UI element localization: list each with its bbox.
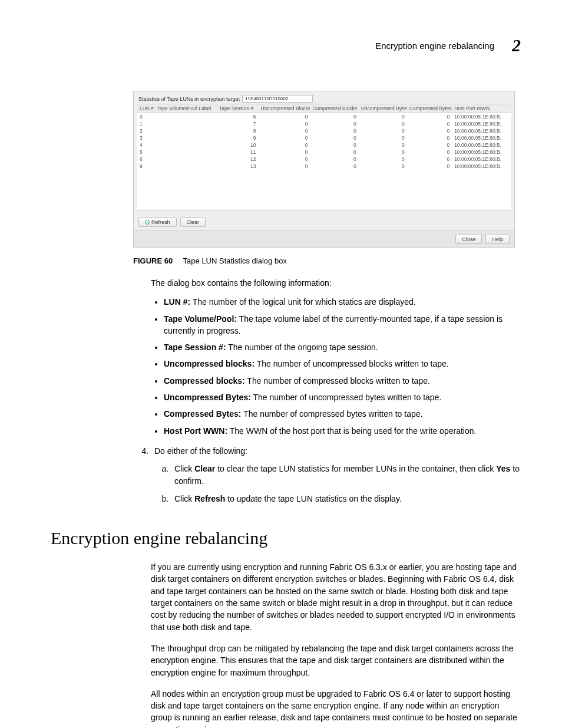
- definition-item: Tape Volume/Pool: The tape volume label …: [164, 313, 521, 337]
- section-heading: Encryption engine rebalancing: [51, 528, 521, 548]
- definition-item: Compressed blocks: The number of compres…: [164, 375, 521, 387]
- definition-item: Tape Session #: The number of the ongoin…: [164, 341, 521, 353]
- table-row[interactable]: 06000010:00:00:05:1E:60:B.: [137, 113, 511, 121]
- table-row[interactable]: 913000010:00:00:05:1E:60:B.: [137, 163, 511, 170]
- refresh-button[interactable]: Refresh: [138, 218, 177, 227]
- table-row[interactable]: 39000010:00:00:05:1E:60:B.: [137, 134, 511, 141]
- step-4b: Click Refresh to update the tape LUN sta…: [171, 493, 521, 505]
- table-row[interactable]: 410000010:00:00:05:1E:60:B.: [137, 141, 511, 149]
- figure-label: FIGURE 60: [133, 256, 173, 265]
- clear-button[interactable]: Clear: [180, 218, 206, 227]
- tape-lun-stats-dialog: Statistics of Tape LUNs in encryption ta…: [133, 91, 515, 248]
- table-row[interactable]: 17000010:00:00:05:1E:60:B.: [137, 120, 511, 127]
- stats-label: Statistics of Tape LUNs in encryption ta…: [138, 96, 240, 102]
- col-header[interactable]: LUN #: [137, 104, 154, 113]
- col-header[interactable]: Host Port WWN: [452, 104, 511, 113]
- table-row[interactable]: 612000010:00:00:05:1E:60:B.: [137, 156, 511, 163]
- section-p2: The throughput drop can be mitigated by …: [151, 643, 521, 678]
- running-title: Encryption engine rebalancing: [375, 41, 494, 51]
- figure-text: Tape LUN Statistics dialog box: [183, 256, 287, 265]
- help-button[interactable]: Help: [485, 235, 510, 244]
- step-4: Do either of the following: Click Clear …: [151, 445, 521, 505]
- definition-item: Compressed Bytes: The number of compress…: [164, 408, 521, 420]
- col-header[interactable]: Compressed Bytes: [407, 104, 452, 113]
- figure-caption: FIGURE 60 Tape LUN Statistics dialog box: [133, 256, 521, 265]
- stats-table: LUN #Tape Volume/Pool LabelTape Session …: [137, 104, 511, 170]
- field-definitions: LUN #: The number of the logical unit fo…: [151, 296, 521, 437]
- col-header[interactable]: Uncompressed Bytes: [359, 104, 407, 113]
- col-header[interactable]: Tape Volume/Pool Label: [154, 104, 217, 113]
- chapter-number: 2: [512, 35, 521, 55]
- definition-item: Uncompressed blocks: The number of uncom…: [164, 358, 521, 370]
- section-p1: If you are currently using encryption an…: [151, 561, 521, 633]
- section-p3: All nodes within an encryption group mus…: [151, 688, 521, 728]
- definition-item: Host Port WWN: The WWN of the host port …: [164, 425, 521, 437]
- definition-item: LUN #: The number of the logical unit fo…: [164, 296, 521, 308]
- table-row[interactable]: 28000010:00:00:05:1E:60:B.: [137, 127, 511, 134]
- page-header: Encryption engine rebalancing 2: [51, 35, 521, 55]
- col-header[interactable]: Uncompressed Blocks: [258, 104, 310, 113]
- target-id-field[interactable]: 11E400110D010002: [242, 95, 313, 103]
- col-header[interactable]: Compressed Blocks: [310, 104, 358, 113]
- definition-item: Uncompressed Bytes: The number of uncomp…: [164, 391, 521, 403]
- refresh-icon: [145, 220, 150, 225]
- col-header[interactable]: Tape Session #: [217, 104, 258, 113]
- step-list: Do either of the following: Click Clear …: [51, 445, 521, 505]
- intro-line: The dialog box contains the following in…: [151, 277, 521, 289]
- step-4a: Click Clear to clear the tape LUN statis…: [171, 463, 521, 487]
- table-row[interactable]: 511000010:00:00:05:1E:60:B.: [137, 149, 511, 156]
- close-button[interactable]: Close: [455, 235, 482, 244]
